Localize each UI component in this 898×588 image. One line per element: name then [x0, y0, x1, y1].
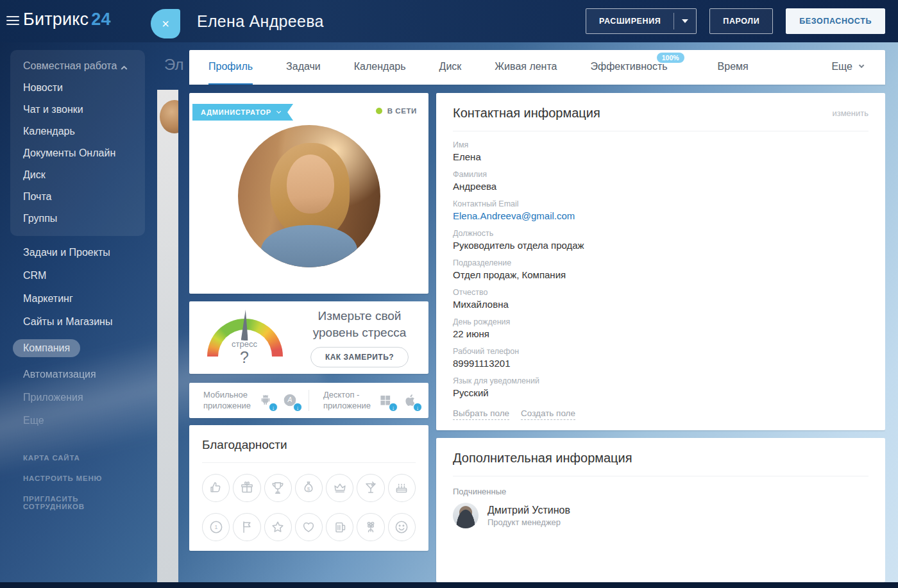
invite-employees-link[interactable]: ПРИГЛАСИТЬ СОТРУДНИКОВ [23, 495, 141, 510]
additional-card-title: Дополнительная информация [453, 451, 632, 466]
field-position: ДолжностьРуководитель отдела продаж [453, 229, 868, 251]
sidebar-item-marketing[interactable]: Маркетинг [0, 287, 154, 310]
sidebar-item-label: CRM [23, 270, 46, 281]
tab-label: Календарь [354, 61, 406, 72]
underlying-avatar [160, 100, 178, 133]
sidebar: Совместная работа Новости Чат и звонки К… [0, 42, 154, 582]
admin-role-badge[interactable]: АДМИНИСТРАТОР [192, 104, 293, 121]
tab-time[interactable]: Время [718, 50, 749, 85]
how-to-measure-button[interactable]: КАК ЗАМЕРИТЬ? [310, 347, 409, 367]
smiley-icon[interactable] [388, 513, 416, 541]
sidebar-item-mail[interactable]: Почта [10, 186, 145, 208]
tab-label: Живая лента [495, 61, 557, 72]
configure-menu-link[interactable]: НАСТРОИТЬ МЕНЮ [23, 475, 141, 482]
extensions-dropdown-toggle[interactable] [674, 19, 696, 23]
passwords-button-label: ПАРОЛИ [710, 17, 772, 26]
choose-field-link[interactable]: Выбрать поле [453, 408, 509, 420]
email-link[interactable]: Elena.Andreeva@gmail.com [453, 210, 868, 221]
contact-footer-links: Выбрать поле Создать поле [453, 408, 868, 420]
money-bag-icon[interactable]: $ [295, 474, 323, 502]
additional-info-card: Дополнительная информация Подчиненные Дм… [436, 438, 885, 582]
sidebar-item-news[interactable]: Новости [10, 77, 145, 99]
passwords-button[interactable]: ПАРОЛИ [709, 8, 773, 34]
tab-calendar[interactable]: Календарь [354, 50, 406, 85]
field-label: Язык для уведомлений [453, 376, 868, 385]
thanks-icons-row-2: 1 [202, 513, 416, 541]
gauge-question-mark: ? [189, 348, 300, 367]
sidebar-item-label: Почта [23, 191, 51, 202]
trophy-icon[interactable] [264, 474, 292, 502]
underlying-panel-edge[interactable] [157, 90, 178, 582]
tab-feed[interactable]: Живая лента [495, 50, 557, 85]
sidebar-item-groups[interactable]: Группы [10, 208, 145, 230]
sidebar-item-apps[interactable]: Приложения [0, 386, 154, 409]
tab-tasks[interactable]: Задачи [286, 50, 321, 85]
svg-text:1: 1 [214, 524, 217, 530]
subordinate-name[interactable]: Дмитрий Устинов [487, 505, 570, 516]
android-icon[interactable]: ↓ [257, 392, 275, 410]
windows-icon[interactable]: ↓ [377, 392, 395, 410]
header-buttons: РАСШИРЕНИЯ ПАРОЛИ БЕЗОПАСНОСТЬ [586, 8, 885, 34]
sidebar-item-chat-calls[interactable]: Чат и звонки [10, 99, 145, 121]
sidebar-item-label: Сайты и Магазины [23, 316, 112, 327]
profile-panel: Профиль Задачи Календарь Диск Живая лент… [189, 50, 885, 582]
subordinate-info: Дмитрий Устинов Продукт менеджер [487, 505, 570, 527]
contact-info-card: Контактная информация изменить ИмяЕлена … [436, 93, 885, 430]
brand-logo[interactable]: Битрикс24 [23, 10, 111, 29]
thumbs-up-icon[interactable] [202, 474, 230, 502]
sidebar-item-automation[interactable]: Автоматизация [0, 363, 154, 386]
sidebar-item-company-active[interactable]: Компания [0, 333, 154, 363]
security-button-label: БЕЗОПАСНОСТЬ [786, 17, 885, 26]
mobile-app-label: Мобильноеприложение [203, 390, 251, 412]
contact-fields: ИмяЕлена ФамилияАндреева Контактный Emai… [453, 131, 868, 398]
flag-icon[interactable] [233, 513, 260, 541]
field-work-phone: Рабочий телефон89991113201 [453, 347, 868, 369]
heart-icon[interactable] [295, 513, 323, 541]
hamburger-menu-icon[interactable] [6, 16, 19, 26]
sidebar-item-documents-online[interactable]: Документы Онлайн [10, 142, 145, 164]
online-status: В СЕТИ [376, 107, 417, 115]
brand-logo-number: 24 [91, 10, 110, 29]
sidebar-item-sites-stores[interactable]: Сайты и Магазины [0, 310, 154, 333]
number-one-icon[interactable]: 1 [202, 513, 230, 541]
beer-icon[interactable] [326, 513, 353, 541]
tab-profile[interactable]: Профиль [208, 50, 253, 85]
close-slider-button[interactable]: × [151, 9, 180, 38]
online-dot-icon [376, 108, 382, 114]
gift-icon[interactable] [233, 474, 260, 502]
sidebar-item-more[interactable]: Еще [0, 409, 154, 432]
tab-more[interactable]: Еще [831, 50, 862, 85]
create-field-link[interactable]: Создать поле [521, 408, 575, 420]
desktop-app-label-line2: приложение [323, 401, 371, 410]
extensions-button[interactable]: РАСШИРЕНИЯ [586, 8, 697, 34]
security-button[interactable]: БЕЗОПАСНОСТЬ [786, 8, 885, 34]
field-first-name: ИмяЕлена [453, 140, 868, 162]
sidebar-item-calendar[interactable]: Календарь [10, 121, 145, 142]
desktop-app-label-line1: Десктоп - [323, 390, 359, 399]
sidebar-item-disk[interactable]: Диск [10, 164, 145, 186]
sidebar-main-items: Задачи и Проекты CRM Маркетинг Сайты и М… [0, 241, 154, 432]
field-email: Контактный EmailElena.Andreeva@gmail.com [453, 199, 868, 221]
flower-icon[interactable] [357, 513, 384, 541]
download-badge-icon: ↓ [389, 403, 398, 412]
tab-label: Время [718, 61, 749, 72]
stress-gauge: стресс ? [189, 308, 300, 367]
field-label: Должность [453, 229, 868, 238]
field-value: 22 июня [453, 328, 868, 339]
star-icon[interactable] [264, 513, 292, 541]
sidebar-item-tasks-projects[interactable]: Задачи и Проекты [0, 241, 154, 264]
appstore-icon[interactable]: A ↓ [282, 392, 300, 410]
sitemap-link[interactable]: КАРТА САЙТА [23, 454, 141, 462]
edit-link[interactable]: изменить [832, 108, 868, 118]
sidebar-item-collaboration[interactable]: Совместная работа [10, 55, 145, 77]
tab-efficiency[interactable]: Эффективность100% [591, 50, 668, 85]
sidebar-item-label: Приложения [23, 392, 83, 403]
sidebar-item-crm[interactable]: CRM [0, 264, 154, 287]
subordinate-row[interactable]: Дмитрий Устинов Продукт менеджер [453, 503, 868, 528]
cocktail-icon[interactable] [357, 474, 384, 502]
tab-disk[interactable]: Диск [439, 50, 462, 85]
field-value: 89991113201 [453, 358, 868, 369]
apple-icon[interactable]: ↓ [402, 392, 419, 410]
cake-icon[interactable] [388, 474, 416, 502]
crown-icon[interactable] [326, 474, 353, 502]
